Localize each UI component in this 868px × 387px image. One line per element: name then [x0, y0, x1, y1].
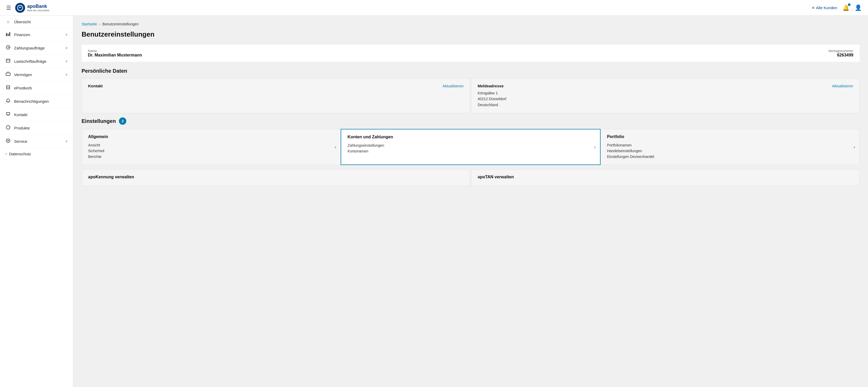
sidebar-item-zahlungsauftraege[interactable]: Zahlungsaufträge ∨	[0, 41, 73, 55]
apotan-title: apoTAN verwalten	[478, 175, 853, 179]
svg-point-8	[8, 102, 9, 103]
chevron-down-icon: ∨	[65, 59, 68, 63]
allgemein-item-sicherheit: Sicherheit	[88, 148, 334, 154]
chevron-right-icon: ›	[854, 144, 855, 150]
settings-cards: Allgemein Ansicht Sicherheit Berichte › …	[82, 129, 860, 165]
chevron-down-icon: ∨	[65, 46, 68, 50]
meldeadresse-aktualisieren-button[interactable]: Aktualisieren	[832, 84, 853, 88]
allgemein-item-ansicht: Ansicht	[88, 142, 334, 148]
breadcrumb-separator: ›	[99, 22, 100, 26]
konten-zahlungen-items: Zahlungseinstellungen Kontonamen	[347, 143, 593, 154]
service-icon	[5, 138, 11, 144]
kontakt-card: Kontakt Aktualisieren	[82, 78, 470, 113]
portfolio-item-handelseinstellungen: Handelseinstellungen	[607, 148, 853, 154]
sidebar-item-label: Übersicht	[14, 20, 68, 24]
svg-rect-3	[9, 32, 10, 36]
layout: ⌂ Übersicht Finanzen ∨ Zahlungsaufträge …	[0, 16, 868, 387]
epostkorb-icon	[5, 85, 11, 91]
contract-number: 6263499	[828, 53, 854, 58]
sidebar-item-lastschriftauftraege[interactable]: Lastschriftaufträge ∨	[0, 55, 73, 68]
svg-rect-5	[6, 59, 10, 62]
alle-kunden-button[interactable]: ≡ Alle Kunden	[812, 5, 837, 10]
sidebar-item-vermoegen[interactable]: Vermögen ∨	[0, 68, 73, 81]
notifications-button[interactable]: 🔔	[842, 4, 849, 11]
sidebar-item-label: Finanzen	[14, 32, 62, 37]
sidebar-item-finanzen[interactable]: Finanzen ∨	[0, 28, 73, 41]
sidebar-item-kontakt[interactable]: Kontakt	[0, 108, 73, 121]
zahlungsauftraege-icon	[5, 45, 11, 51]
finanzen-icon	[5, 32, 11, 37]
sidebar-item-label: Benachrichtigungen	[14, 99, 68, 103]
sidebar: ⌂ Übersicht Finanzen ∨ Zahlungsaufträge …	[0, 16, 73, 387]
contract-label: Vertragsnummer	[828, 49, 854, 53]
konten-item-zahlungseinstellungen: Zahlungseinstellungen	[347, 143, 593, 148]
filter-icon: ≡	[812, 5, 814, 10]
bottom-cards: apoKennung verwalten apoTAN verwalten	[82, 169, 860, 186]
apotan-card[interactable]: apoTAN verwalten	[471, 169, 860, 186]
settings-card-portfolio[interactable]: Portfolio Portfolionamen Handelseinstell…	[600, 129, 860, 165]
apokennung-title: apoKennung verwalten	[88, 175, 464, 179]
produkte-icon	[5, 125, 11, 131]
kontakt-aktualisieren-button[interactable]: Aktualisieren	[443, 84, 464, 88]
user-name: Dr. Maximilian Mustermann	[88, 53, 142, 58]
header: ☰ apoBank Bank der Gesundheit ≡ Alle Kun…	[0, 0, 868, 16]
sidebar-item-label: Kontakt	[14, 113, 68, 117]
user-profile-icon[interactable]: 👤	[855, 4, 862, 11]
notification-badge	[848, 3, 850, 6]
einstellungen-header: Einstellungen 2	[82, 117, 860, 125]
datenschutz-label: Datenschutz	[9, 152, 31, 156]
logo-container: apoBank Bank der Gesundheit	[15, 3, 50, 13]
sidebar-item-benachrichtigungen[interactable]: Benachrichtigungen	[0, 95, 73, 108]
svg-rect-7	[6, 73, 10, 76]
portfolio-item-portfolionamen: Portfolionamen	[607, 142, 853, 148]
user-info-bar: Name Dr. Maximilian Mustermann Vertragsn…	[82, 45, 860, 62]
lastschrift-icon	[5, 58, 11, 64]
persoenliche-daten-title: Persönliche Daten	[82, 68, 860, 74]
vermoegen-icon	[5, 72, 11, 78]
logo-icon	[15, 3, 25, 13]
chevron-right-icon: >	[5, 152, 7, 156]
meldeadresse-address: Königallee 1 40212 Düsseldorf Deutschlan…	[478, 90, 853, 108]
hamburger-icon[interactable]: ☰	[6, 5, 11, 11]
kontakt-icon	[5, 112, 11, 117]
chevron-down-icon: ∨	[65, 73, 68, 76]
name-label: Name	[88, 49, 142, 53]
address-line3: Deutschland	[478, 102, 853, 108]
settings-card-konten-zahlungen[interactable]: Konten und Zahlungen Zahlungseinstellung…	[341, 129, 600, 165]
settings-card-allgemein[interactable]: Allgemein Ansicht Sicherheit Berichte ›	[82, 129, 341, 165]
address-line2: 40212 Düsseldorf	[478, 96, 853, 102]
apokennung-card[interactable]: apoKennung verwalten	[82, 169, 470, 186]
svg-point-9	[6, 125, 10, 129]
sidebar-item-produkte[interactable]: Produkte	[0, 121, 73, 135]
einstellungen-badge: 2	[119, 117, 126, 125]
konten-item-kontonamen: Kontonamen	[347, 148, 593, 154]
sidebar-item-label: Service	[14, 139, 62, 144]
einstellungen-title: Einstellungen	[82, 118, 116, 124]
meldeadresse-title: Meldeadresse	[478, 84, 503, 88]
header-right: ≡ Alle Kunden 🔔 👤	[812, 4, 862, 11]
chevron-right-icon: ›	[594, 144, 596, 150]
breadcrumb-current: Benutzereinstellungen	[102, 22, 139, 26]
persoenliche-daten-cards: Kontakt Aktualisieren Meldeadresse Aktua…	[82, 78, 860, 113]
portfolio-title: Portfolio	[607, 135, 853, 139]
sidebar-item-label: Vermögen	[14, 72, 62, 77]
sidebar-item-epostkorb[interactable]: ePostkorb	[0, 81, 73, 95]
portfolio-item-devisenhandel: Einstellungen Devisenhandel	[607, 154, 853, 159]
allgemein-items: Ansicht Sicherheit Berichte	[88, 142, 334, 159]
logo-text: apoBank Bank der Gesundheit	[27, 4, 50, 12]
alle-kunden-label: Alle Kunden	[816, 5, 837, 10]
chevron-down-icon: ∨	[65, 139, 68, 143]
address-line1: Königallee 1	[478, 90, 853, 96]
svg-point-0	[18, 5, 23, 10]
svg-point-11	[8, 140, 9, 142]
sidebar-item-datenschutz[interactable]: > Datenschutz	[0, 148, 73, 160]
konten-zahlungen-title: Konten und Zahlungen	[347, 135, 593, 139]
sidebar-item-label: Lastschriftaufträge	[14, 59, 62, 63]
sidebar-item-label: ePostkorb	[14, 86, 68, 90]
chevron-right-icon: ›	[335, 144, 336, 150]
allgemein-title: Allgemein	[88, 135, 334, 139]
sidebar-item-uebersicht[interactable]: ⌂ Übersicht	[0, 16, 73, 28]
breadcrumb-home[interactable]: Startseite	[82, 22, 97, 26]
svg-rect-2	[8, 34, 9, 36]
sidebar-item-service[interactable]: Service ∨	[0, 135, 73, 148]
